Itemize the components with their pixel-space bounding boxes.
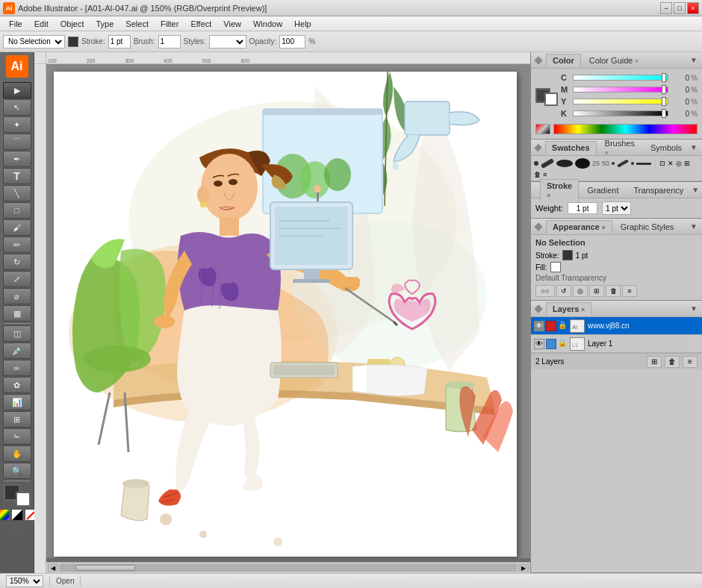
layer-2-lock[interactable]: 🔒 bbox=[558, 339, 568, 349]
canvas-area[interactable]: 100 200 300 400 500 600 bbox=[34, 52, 530, 573]
slice-tool[interactable]: ✁ bbox=[3, 428, 31, 445]
layer-1-target[interactable] bbox=[690, 322, 699, 331]
menu-view[interactable]: View bbox=[217, 18, 247, 30]
stroke-tab[interactable]: Stroke bbox=[540, 179, 579, 201]
layers-menu-btn[interactable]: ≡ bbox=[683, 356, 698, 368]
pen-tool[interactable]: ✒ bbox=[3, 151, 31, 167]
stroke-panel-collapse[interactable]: ▼ bbox=[692, 186, 699, 194]
opacity-input[interactable] bbox=[279, 35, 305, 49]
menu-object[interactable]: Object bbox=[55, 18, 90, 30]
brush-action-3[interactable]: ⊞ bbox=[684, 160, 690, 167]
maximize-button[interactable]: □ bbox=[674, 2, 686, 14]
appear-action-6[interactable]: ≡ bbox=[622, 285, 637, 297]
selection-tool[interactable]: ▶ bbox=[3, 82, 31, 98]
blend-tool[interactable]: ∞ bbox=[3, 360, 31, 376]
appearance-fill-swatch[interactable] bbox=[550, 262, 561, 272]
none-color-btn[interactable] bbox=[535, 124, 550, 134]
bar-graph-tool[interactable]: 📊 bbox=[3, 394, 31, 410]
scroll-left-button[interactable]: ◀ bbox=[48, 564, 58, 572]
graphic-styles-tab[interactable]: Graphic Styles bbox=[614, 220, 681, 233]
appear-action-4[interactable]: ⊞ bbox=[589, 285, 604, 297]
brush-dot-1[interactable] bbox=[534, 161, 538, 166]
layers-delete-btn[interactable]: 🗑 bbox=[665, 356, 680, 368]
close-button[interactable]: × bbox=[687, 2, 699, 14]
selection-dropdown[interactable]: No Selection bbox=[3, 35, 65, 49]
direct-selection-tool[interactable]: ↖ bbox=[3, 99, 31, 116]
color-panel-collapse[interactable]: ▼ bbox=[690, 56, 698, 64]
c-slider[interactable] bbox=[573, 75, 668, 81]
menu-select[interactable]: Select bbox=[119, 18, 155, 30]
y-slider[interactable] bbox=[573, 98, 668, 104]
line-tool[interactable]: ╲ bbox=[3, 185, 31, 201]
color-stroke-swatch[interactable] bbox=[544, 93, 558, 106]
appearance-stroke-swatch[interactable] bbox=[562, 250, 573, 260]
graph-tool[interactable]: ▦ bbox=[3, 305, 31, 322]
appear-action-3[interactable]: ◎ bbox=[573, 285, 588, 297]
brush-stroke-2[interactable] bbox=[617, 159, 629, 167]
scale-tool[interactable]: ⤢ bbox=[3, 271, 31, 287]
zoom-select[interactable]: 150% bbox=[6, 575, 43, 587]
horizontal-scrollbar[interactable]: ◀ ▶ bbox=[46, 562, 530, 573]
appearance-panel-collapse[interactable]: ▼ bbox=[690, 222, 698, 231]
appear-action-2[interactable]: ↺ bbox=[556, 285, 571, 297]
layer-2-target[interactable] bbox=[690, 340, 699, 348]
appear-action-5[interactable]: 🗑 bbox=[606, 285, 621, 297]
brush-round-1[interactable] bbox=[575, 158, 590, 169]
brush-input[interactable] bbox=[158, 35, 181, 49]
type-tool[interactable]: T bbox=[3, 168, 31, 184]
hand-tool[interactable]: ✋ bbox=[3, 445, 31, 462]
symbols-tab[interactable]: Symbols bbox=[644, 141, 689, 154]
layers-add-btn[interactable]: ⊞ bbox=[647, 356, 662, 368]
scrollbar-track[interactable] bbox=[60, 564, 517, 572]
symbol-tool[interactable]: ✿ bbox=[3, 377, 31, 393]
gradient-tab[interactable]: Gradient bbox=[580, 184, 625, 196]
menu-filter[interactable]: Filter bbox=[155, 18, 184, 30]
weight-dropdown[interactable]: 1 pt bbox=[602, 201, 631, 215]
brush-dot-3[interactable] bbox=[631, 162, 634, 165]
rect-tool[interactable]: □ bbox=[3, 202, 31, 219]
menu-help[interactable]: Help bbox=[288, 18, 317, 30]
lasso-tool[interactable]: ⌒ bbox=[3, 134, 31, 150]
brush-options-icon[interactable]: ⊡ bbox=[659, 160, 665, 167]
m-slider[interactable] bbox=[573, 87, 668, 93]
brush-dot-2[interactable] bbox=[612, 162, 615, 165]
layer-item-2[interactable]: 👁 🔒 L1 Layer 1 bbox=[531, 335, 702, 353]
layers-tab[interactable]: Layers bbox=[546, 302, 591, 316]
menu-effect[interactable]: Effect bbox=[184, 18, 217, 30]
layer-item-1[interactable]: 👁 🔒 Ai www.vj88.cn bbox=[531, 317, 702, 335]
canvas-content[interactable] bbox=[46, 64, 530, 558]
menu-window[interactable]: Window bbox=[247, 18, 288, 30]
color-spectrum[interactable] bbox=[553, 124, 698, 134]
menu-file[interactable]: File bbox=[3, 18, 28, 30]
minimize-button[interactable]: − bbox=[660, 2, 672, 14]
layer-1-lock[interactable]: 🔒 bbox=[558, 321, 568, 331]
brush-flat-1[interactable] bbox=[636, 163, 651, 165]
swatches-panel-collapse[interactable]: ▼ bbox=[690, 143, 698, 151]
brush-action-4[interactable]: 🗑 bbox=[534, 171, 541, 178]
appear-action-1[interactable]: ○○ bbox=[535, 285, 555, 297]
brush-stroke-1[interactable] bbox=[541, 158, 555, 169]
weight-input[interactable] bbox=[568, 202, 597, 214]
styles-dropdown[interactable] bbox=[209, 35, 246, 49]
brush-oval-1[interactable] bbox=[556, 160, 573, 167]
layer-1-visibility[interactable]: 👁 bbox=[534, 321, 544, 331]
brush-action-1[interactable]: ✕ bbox=[668, 160, 674, 167]
gradient-mode-btn[interactable] bbox=[11, 509, 23, 521]
layers-panel-collapse[interactable]: ▼ bbox=[690, 304, 698, 313]
fill-color-swatch[interactable] bbox=[68, 37, 78, 47]
pencil-tool[interactable]: ✏ bbox=[3, 237, 31, 253]
stroke-input[interactable] bbox=[108, 35, 131, 49]
brush-action-5[interactable]: ≡ bbox=[543, 171, 547, 178]
menu-edit[interactable]: Edit bbox=[28, 18, 55, 30]
k-slider[interactable] bbox=[573, 110, 668, 116]
magic-wand-tool[interactable]: ✦ bbox=[3, 116, 31, 133]
zoom-tool[interactable]: 🔍 bbox=[3, 463, 31, 479]
gradient-tool[interactable]: ◫ bbox=[3, 325, 31, 342]
transparency-tab[interactable]: Transparency bbox=[627, 184, 690, 196]
stroke-box[interactable] bbox=[16, 492, 31, 507]
brushes-tab[interactable]: Brushes bbox=[598, 137, 642, 158]
brush-action-2[interactable]: ◎ bbox=[676, 160, 682, 167]
menu-type[interactable]: Type bbox=[90, 18, 120, 30]
appearance-tab[interactable]: Appearance bbox=[546, 220, 612, 234]
color-guide-tab[interactable]: Color Guide bbox=[583, 54, 645, 66]
